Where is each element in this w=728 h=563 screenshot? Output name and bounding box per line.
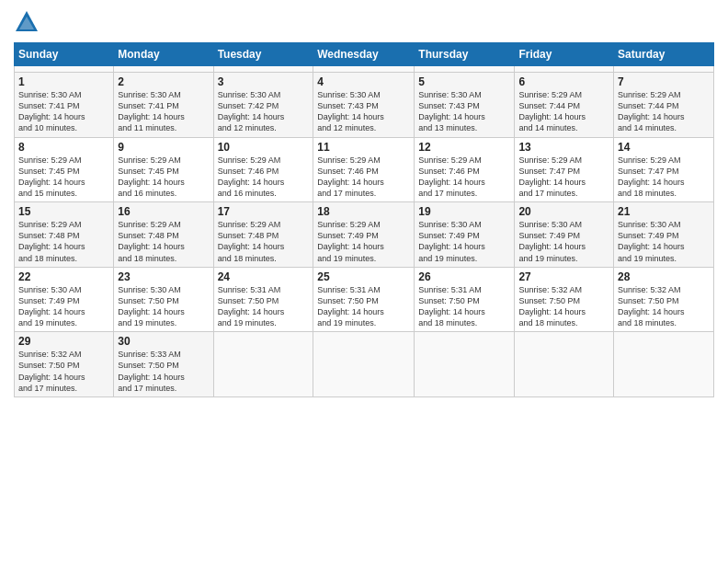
- calendar-cell: 4Sunrise: 5:30 AMSunset: 7:43 PMDaylight…: [313, 73, 415, 138]
- day-info: Sunrise: 5:31 AMSunset: 7:50 PMDaylight:…: [317, 284, 410, 329]
- day-info: Sunrise: 5:29 AMSunset: 7:48 PMDaylight:…: [218, 219, 310, 264]
- day-info: Sunrise: 5:30 AMSunset: 7:41 PMDaylight:…: [18, 89, 109, 134]
- calendar-cell: 18Sunrise: 5:29 AMSunset: 7:49 PMDayligh…: [313, 202, 415, 268]
- calendar-day-header: Saturday: [614, 43, 714, 66]
- day-number: 25: [317, 270, 410, 283]
- day-number: 8: [18, 141, 109, 154]
- calendar-cell: 10Sunrise: 5:29 AMSunset: 7:46 PMDayligh…: [213, 137, 313, 202]
- calendar-cell: 2Sunrise: 5:30 AMSunset: 7:41 PMDaylight…: [114, 73, 213, 138]
- calendar-day-header: Wednesday: [313, 43, 415, 66]
- day-number: 3: [218, 75, 310, 88]
- calendar-cell: [114, 66, 213, 73]
- day-info: Sunrise: 5:29 AMSunset: 7:46 PMDaylight:…: [218, 155, 310, 200]
- day-number: 10: [218, 141, 310, 154]
- day-number: 22: [18, 270, 109, 283]
- day-number: 7: [618, 75, 710, 88]
- calendar-cell: 21Sunrise: 5:30 AMSunset: 7:49 PMDayligh…: [614, 202, 714, 268]
- calendar-cell: [15, 66, 114, 73]
- day-number: 1: [18, 75, 109, 88]
- calendar-cell: 15Sunrise: 5:29 AMSunset: 7:48 PMDayligh…: [15, 202, 114, 268]
- calendar-cell: 6Sunrise: 5:29 AMSunset: 7:44 PMDaylight…: [515, 73, 614, 138]
- calendar-cell: 8Sunrise: 5:29 AMSunset: 7:45 PMDaylight…: [15, 137, 114, 202]
- day-number: 16: [118, 205, 209, 218]
- logo-icon: [14, 9, 40, 35]
- day-number: 28: [618, 270, 710, 283]
- calendar-cell: 17Sunrise: 5:29 AMSunset: 7:48 PMDayligh…: [213, 202, 313, 268]
- calendar-header-row: SundayMondayTuesdayWednesdayThursdayFrid…: [15, 43, 714, 66]
- calendar-cell: [313, 332, 415, 397]
- day-number: 29: [18, 335, 109, 348]
- day-info: Sunrise: 5:30 AMSunset: 7:49 PMDaylight:…: [18, 284, 109, 329]
- day-number: 30: [118, 335, 209, 348]
- day-number: 14: [618, 141, 710, 154]
- day-info: Sunrise: 5:30 AMSunset: 7:50 PMDaylight:…: [118, 284, 209, 329]
- day-number: 23: [118, 270, 209, 283]
- day-info: Sunrise: 5:30 AMSunset: 7:43 PMDaylight:…: [418, 89, 510, 134]
- calendar-cell: 12Sunrise: 5:29 AMSunset: 7:46 PMDayligh…: [415, 137, 515, 202]
- calendar-cell: 26Sunrise: 5:31 AMSunset: 7:50 PMDayligh…: [415, 267, 515, 332]
- calendar-cell: 14Sunrise: 5:29 AMSunset: 7:47 PMDayligh…: [614, 137, 714, 202]
- day-number: 21: [618, 205, 710, 218]
- calendar-cell: 25Sunrise: 5:31 AMSunset: 7:50 PMDayligh…: [313, 267, 415, 332]
- day-info: Sunrise: 5:32 AMSunset: 7:50 PMDaylight:…: [518, 284, 609, 329]
- calendar-cell: [313, 66, 415, 73]
- calendar-cell: 16Sunrise: 5:29 AMSunset: 7:48 PMDayligh…: [114, 202, 213, 268]
- day-info: Sunrise: 5:32 AMSunset: 7:50 PMDaylight:…: [618, 284, 710, 329]
- day-number: 26: [418, 270, 510, 283]
- header: [14, 9, 714, 35]
- day-info: Sunrise: 5:29 AMSunset: 7:44 PMDaylight:…: [618, 89, 710, 134]
- calendar-cell: 1Sunrise: 5:30 AMSunset: 7:41 PMDaylight…: [15, 73, 114, 138]
- day-info: Sunrise: 5:31 AMSunset: 7:50 PMDaylight:…: [218, 284, 310, 329]
- day-number: 20: [518, 205, 609, 218]
- calendar-cell: 11Sunrise: 5:29 AMSunset: 7:46 PMDayligh…: [313, 137, 415, 202]
- day-info: Sunrise: 5:29 AMSunset: 7:48 PMDaylight:…: [18, 219, 109, 264]
- day-number: 2: [118, 75, 209, 88]
- calendar-cell: [614, 332, 714, 397]
- calendar-cell: 24Sunrise: 5:31 AMSunset: 7:50 PMDayligh…: [213, 267, 313, 332]
- day-info: Sunrise: 5:29 AMSunset: 7:45 PMDaylight:…: [18, 155, 109, 200]
- day-number: 24: [218, 270, 310, 283]
- day-number: 5: [418, 75, 510, 88]
- calendar-week-row: 1Sunrise: 5:30 AMSunset: 7:41 PMDaylight…: [15, 73, 714, 138]
- calendar-cell: [415, 332, 515, 397]
- day-info: Sunrise: 5:29 AMSunset: 7:44 PMDaylight:…: [518, 89, 609, 134]
- calendar-cell: 20Sunrise: 5:30 AMSunset: 7:49 PMDayligh…: [515, 202, 614, 268]
- calendar-cell: [213, 332, 313, 397]
- page: SundayMondayTuesdayWednesdayThursdayFrid…: [0, 0, 728, 563]
- calendar-cell: 7Sunrise: 5:29 AMSunset: 7:44 PMDaylight…: [614, 73, 714, 138]
- calendar-cell: 22Sunrise: 5:30 AMSunset: 7:49 PMDayligh…: [15, 267, 114, 332]
- day-number: 17: [218, 205, 310, 218]
- day-number: 9: [118, 141, 209, 154]
- calendar-cell: [415, 66, 515, 73]
- day-info: Sunrise: 5:33 AMSunset: 7:50 PMDaylight:…: [118, 349, 209, 394]
- day-info: Sunrise: 5:30 AMSunset: 7:43 PMDaylight:…: [317, 89, 410, 134]
- day-info: Sunrise: 5:29 AMSunset: 7:45 PMDaylight:…: [118, 155, 209, 200]
- calendar-cell: 9Sunrise: 5:29 AMSunset: 7:45 PMDaylight…: [114, 137, 213, 202]
- calendar-day-header: Thursday: [415, 43, 515, 66]
- day-info: Sunrise: 5:32 AMSunset: 7:50 PMDaylight:…: [18, 349, 109, 394]
- calendar-week-row: 22Sunrise: 5:30 AMSunset: 7:49 PMDayligh…: [15, 267, 714, 332]
- day-number: 6: [518, 75, 609, 88]
- day-number: 27: [518, 270, 609, 283]
- day-number: 18: [317, 205, 410, 218]
- calendar-cell: 30Sunrise: 5:33 AMSunset: 7:50 PMDayligh…: [114, 332, 213, 397]
- day-number: 19: [418, 205, 510, 218]
- calendar-cell: [515, 66, 614, 73]
- calendar-cell: 3Sunrise: 5:30 AMSunset: 7:42 PMDaylight…: [213, 73, 313, 138]
- day-info: Sunrise: 5:29 AMSunset: 7:47 PMDaylight:…: [518, 155, 609, 200]
- calendar-week-row: 15Sunrise: 5:29 AMSunset: 7:48 PMDayligh…: [15, 202, 714, 268]
- calendar-cell: 27Sunrise: 5:32 AMSunset: 7:50 PMDayligh…: [515, 267, 614, 332]
- calendar-day-header: Friday: [515, 43, 614, 66]
- day-number: 13: [518, 141, 609, 154]
- day-info: Sunrise: 5:29 AMSunset: 7:46 PMDaylight:…: [418, 155, 510, 200]
- calendar-cell: 19Sunrise: 5:30 AMSunset: 7:49 PMDayligh…: [415, 202, 515, 268]
- day-info: Sunrise: 5:29 AMSunset: 7:48 PMDaylight:…: [118, 219, 209, 264]
- calendar-cell: [614, 66, 714, 73]
- calendar-cell: 28Sunrise: 5:32 AMSunset: 7:50 PMDayligh…: [614, 267, 714, 332]
- day-info: Sunrise: 5:29 AMSunset: 7:49 PMDaylight:…: [317, 219, 410, 264]
- calendar-week-row: [15, 66, 714, 73]
- day-number: 15: [18, 205, 109, 218]
- logo: [14, 9, 43, 35]
- day-number: 4: [317, 75, 410, 88]
- day-info: Sunrise: 5:30 AMSunset: 7:49 PMDaylight:…: [418, 219, 510, 264]
